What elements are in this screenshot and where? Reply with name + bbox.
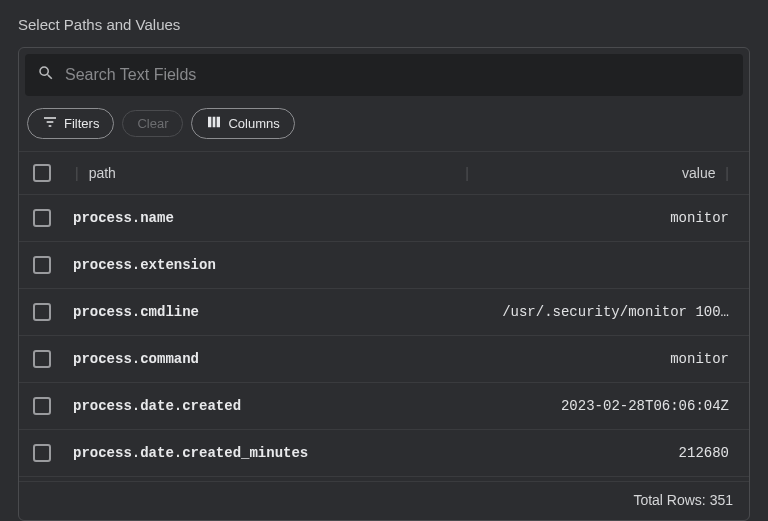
search-input[interactable] <box>65 66 731 84</box>
search-wrap <box>19 48 749 96</box>
column-divider: | <box>69 165 85 181</box>
row-value: monitor <box>475 210 735 226</box>
row-value: /usr/.security/monitor 100… <box>475 304 735 320</box>
row-check-col <box>33 303 69 321</box>
row-checkbox[interactable] <box>33 209 51 227</box>
table-row[interactable]: process.cmdline/usr/.security/monitor 10… <box>19 289 749 336</box>
table-row[interactable]: process.date.created_minutes212680 <box>19 430 749 477</box>
row-path: process.extension <box>69 257 475 273</box>
column-divider: | <box>719 165 729 181</box>
total-rows-label: Total Rows: <box>633 492 705 508</box>
search-container <box>25 54 743 96</box>
filters-button[interactable]: Filters <box>27 108 114 139</box>
row-check-col <box>33 209 69 227</box>
table-row[interactable]: process.extension <box>19 242 749 289</box>
table-row[interactable]: process.commandmonitor <box>19 336 749 383</box>
filters-label: Filters <box>64 116 99 131</box>
column-divider: | <box>459 165 475 181</box>
table-row[interactable]: process.date.created2023-02-28T06:06:04Z <box>19 383 749 430</box>
row-path: process.date.created <box>69 398 475 414</box>
toolbar: Filters Clear Columns <box>19 96 749 151</box>
row-checkbox[interactable] <box>33 444 51 462</box>
columns-icon <box>206 114 222 133</box>
row-checkbox[interactable] <box>33 303 51 321</box>
columns-button[interactable]: Columns <box>191 108 294 139</box>
row-path: process.cmdline <box>69 304 475 320</box>
clear-button[interactable]: Clear <box>122 110 183 137</box>
search-icon <box>37 64 55 86</box>
rows-viewport[interactable]: process.namemonitorprocess.extensionproc… <box>19 195 749 481</box>
row-checkbox[interactable] <box>33 397 51 415</box>
panel-title: Select Paths and Values <box>18 16 750 33</box>
row-path: process.date.created_minutes <box>69 445 475 461</box>
row-checkbox[interactable] <box>33 256 51 274</box>
row-value: 212680 <box>475 445 735 461</box>
card: Filters Clear Columns | path | value | <box>18 47 750 521</box>
table-footer: Total Rows: 351 <box>19 481 749 520</box>
table-header: | path | value | <box>19 151 749 195</box>
header-path[interactable]: path <box>85 165 460 181</box>
header-value-label: value <box>682 165 715 181</box>
clear-label: Clear <box>137 116 168 131</box>
header-check-col <box>33 164 69 182</box>
row-check-col <box>33 397 69 415</box>
select-paths-panel: Select Paths and Values Filters Clear <box>0 0 768 521</box>
row-value: monitor <box>475 351 735 367</box>
row-checkbox[interactable] <box>33 350 51 368</box>
total-rows-value: 351 <box>710 492 733 508</box>
row-path: process.command <box>69 351 475 367</box>
row-path: process.name <box>69 210 475 226</box>
filter-icon <box>42 114 58 133</box>
table-row[interactable]: process.namemonitor <box>19 195 749 242</box>
row-check-col <box>33 256 69 274</box>
row-check-col <box>33 350 69 368</box>
row-check-col <box>33 444 69 462</box>
header-value[interactable]: value | <box>475 165 735 181</box>
select-all-checkbox[interactable] <box>33 164 51 182</box>
columns-label: Columns <box>228 116 279 131</box>
row-value: 2023-02-28T06:06:04Z <box>475 398 735 414</box>
